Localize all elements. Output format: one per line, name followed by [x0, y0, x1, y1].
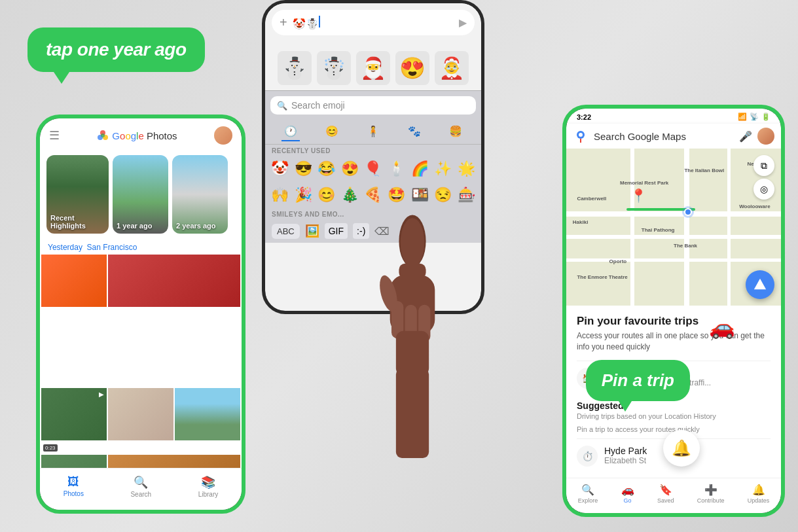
map-pin[interactable]: 📍 [630, 188, 647, 204]
map-place-label: Camberwell [577, 196, 606, 202]
maps-status-bar: 3:22 📶 📡 🔋 [566, 109, 781, 124]
highlight-card-1year[interactable]: 1 year ago [113, 155, 168, 234]
emoji-cell[interactable]: ✨ [432, 157, 454, 181]
photos-avatar[interactable] [214, 126, 232, 145]
photo-cell[interactable] [41, 255, 107, 320]
maps-nav-go[interactable]: 🚗 Go [621, 484, 634, 504]
maps-nav-updates-label: Updates [748, 497, 770, 504]
send-icon[interactable]: ▶ [459, 16, 467, 29]
photos-highlights-row: RecentHighlights 1 year ago 2 years ago [40, 150, 242, 239]
map-location-button[interactable]: ◎ [753, 179, 774, 200]
photo-cell[interactable] [108, 388, 173, 453]
maps-search-bar[interactable]: Search Google Maps 🎤 [566, 124, 781, 149]
emoji-tab-animal[interactable]: 🐾 [405, 122, 424, 141]
nav-item-library-label: Library [198, 491, 219, 498]
map-road [566, 211, 781, 217]
wifi-icon: 📡 [750, 113, 759, 121]
maps-map-area[interactable]: The Italian Bowl Camberwell Newtown Thai… [566, 149, 781, 306]
maps-nav-saved-label: Saved [657, 497, 674, 504]
emoji-snowman-4[interactable]: 😍 [395, 51, 429, 85]
nav-item-photos[interactable]: 🖼 Photos [63, 475, 84, 498]
emoji-grid-row1: 🤡 😎 😂 😍 🎈 🕯️ 🌈 ✨ 🌟 [265, 156, 481, 182]
svg-point-15 [579, 133, 583, 137]
message-input-row[interactable]: + 🤡☃️ ▶ [272, 10, 475, 35]
nav-item-search[interactable]: 🔍 Search [130, 475, 151, 498]
highlight-card-2years[interactable]: 2 years ago [172, 155, 228, 234]
emoji-cell[interactable]: 🌟 [455, 157, 477, 181]
video-duration-badge: 0:23 [43, 444, 58, 452]
abc-button[interactable]: ABC [272, 224, 300, 239]
map-place-label: The Italian Bowl [684, 168, 724, 173]
maps-navigate-button[interactable] [746, 270, 774, 299]
emoji-cell[interactable]: 😍 [339, 157, 361, 181]
map-layers-button[interactable]: ⧉ [753, 155, 774, 176]
maps-nav-saved[interactable]: 🔖 Saved [657, 484, 674, 504]
photos-header: ☰ Google Photos [40, 118, 242, 150]
contribute-icon: ➕ [704, 484, 717, 496]
emoji-search-bar[interactable]: 🔍 Search emoji [270, 96, 476, 115]
explore-icon: 🔍 [581, 484, 594, 496]
highlight-card-recent[interactable]: RecentHighlights [46, 155, 109, 234]
suggested-section-subtitle: Driving trips based on your Location His… [577, 412, 771, 420]
maps-logo-icon [573, 128, 589, 144]
svg-point-3 [101, 133, 105, 137]
maps-search-input[interactable]: Search Google Maps [594, 131, 734, 142]
maps-mic-icon[interactable]: 🎤 [739, 130, 752, 143]
photo-cell-video[interactable]: 0:23 ▶ [41, 388, 107, 453]
map-place-label: Oporto [609, 258, 627, 264]
emoji-snowman-2[interactable]: ☃️ [317, 51, 351, 85]
recently-used-label: RECENTLY USED [265, 145, 481, 156]
highlight-label-1year: 1 year ago [117, 222, 152, 230]
emoji-tab-person[interactable]: 🧍 [364, 122, 382, 141]
maps-nav-contribute-label: Contribute [697, 497, 725, 504]
menu-icon[interactable]: ☰ [49, 128, 60, 143]
emoji-cell[interactable]: 🤡 [269, 157, 291, 181]
emoji-cell[interactable]: 🙌 [269, 183, 291, 207]
bell-button[interactable]: 🔔 [663, 430, 700, 467]
emoji-cell[interactable]: 😂 [316, 157, 338, 181]
maps-nav-updates[interactable]: 🔔 Updates [748, 484, 770, 504]
emoji-cell[interactable]: 😎 [293, 157, 315, 181]
map-road [630, 149, 634, 306]
emoji-cell[interactable]: 🎉 [293, 183, 315, 207]
map-road [727, 149, 731, 306]
plus-icon[interactable]: + [280, 15, 287, 30]
nav-item-library[interactable]: 📚 Library [198, 475, 219, 498]
emoji-cell[interactable]: 🕯️ [386, 157, 408, 181]
maps-nav-contribute[interactable]: ➕ Contribute [697, 484, 725, 504]
photo-cell[interactable] [175, 388, 240, 453]
emoji-cell[interactable]: 🌈 [408, 157, 431, 181]
emoji-search-placeholder: Search emoji [291, 100, 345, 111]
bubble-tap-one-year-ago: tap one year ago [27, 27, 205, 72]
maps-user-avatar[interactable] [757, 128, 774, 145]
emoji-snowman-1[interactable]: ⛄ [278, 51, 312, 85]
emoji-cell[interactable]: 🎈 [362, 157, 384, 181]
emoji-tab-food[interactable]: 🍔 [446, 122, 465, 141]
emoji-tab-clock[interactable]: 🕐 [281, 122, 300, 141]
svg-rect-13 [396, 368, 429, 458]
photos-date-label: Yesterday San Francisco [40, 239, 242, 253]
maps-controls: ⧉ ◎ [753, 155, 774, 200]
photo-cell[interactable] [108, 255, 240, 387]
highlight-label-recent: RecentHighlights [50, 214, 86, 230]
nav-item-photos-label: Photos [63, 490, 84, 497]
emoji-sticker-icon[interactable]: 🖼️ [305, 224, 319, 238]
maps-nav-go-label: Go [624, 497, 632, 504]
map-road [566, 258, 781, 262]
photos-bottom-nav: 🖼 Photos 🔍 Search 📚 Library [40, 468, 242, 510]
map-place-label: Thai Pathong [642, 227, 675, 233]
go-icon: 🚗 [621, 484, 634, 496]
photos-app: ☰ Google Photos RecentHighlights [40, 118, 242, 510]
emoji-tab-smiley[interactable]: 😊 [323, 122, 341, 141]
bubble-pin-a-trip: Pin a trip [586, 360, 690, 401]
message-area: + 🤡☃️ ▶ [265, 3, 481, 46]
signal-icon: 📶 [738, 113, 747, 121]
emoji-snowman-3[interactable]: 🎅 [356, 51, 390, 85]
saved-icon: 🔖 [659, 484, 672, 496]
map-road [566, 235, 781, 239]
emoji-snowman-5[interactable]: 🤶 [435, 51, 469, 85]
highlight-label-2years: 2 years ago [176, 222, 216, 230]
hand-svg [321, 196, 504, 458]
bubble-left-text: tap one year ago [46, 39, 187, 60]
maps-nav-explore[interactable]: 🔍 Explore [578, 484, 598, 504]
